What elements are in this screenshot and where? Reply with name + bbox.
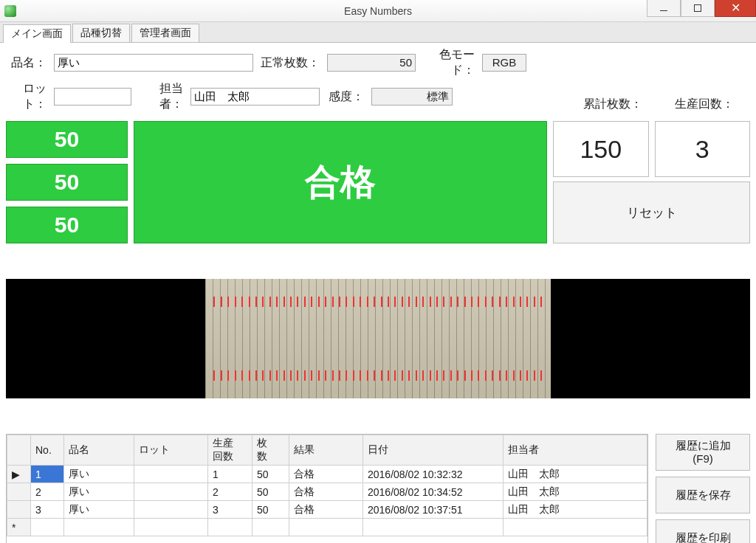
count-box-1: 50 <box>6 121 128 158</box>
stat-seisan: 3 <box>655 121 751 177</box>
label-ruikei: 累計枚数： <box>583 97 642 112</box>
col-hinmei[interactable]: 品名 <box>64 435 134 466</box>
table-row-new[interactable]: * <box>7 519 647 536</box>
field-kando: 標準 <box>371 88 453 106</box>
col-date[interactable]: 日付 <box>363 435 504 466</box>
table-row[interactable]: ▶1厚い150合格2016/08/02 10:32:32山田 太郎 <box>7 466 647 483</box>
label-tantou: 担当者： <box>139 81 183 112</box>
window-title: Easy Numbers <box>0 5 756 17</box>
table-row[interactable]: 3厚い350合格2016/08/02 10:37:51山田 太郎 <box>7 501 647 519</box>
tab-bar: メイン画面 品種切替 管理者画面 <box>0 22 756 43</box>
close-button[interactable]: ✕ <box>715 0 756 17</box>
title-bar: Easy Numbers ✕ <box>0 0 756 22</box>
maximize-button[interactable] <box>681 0 715 17</box>
col-kekka[interactable]: 結果 <box>289 435 363 466</box>
save-history-button[interactable]: 履歴を保存 <box>656 477 750 513</box>
field-seijou: 50 <box>327 54 416 72</box>
minimize-button[interactable] <box>647 0 681 17</box>
print-history-button[interactable]: 履歴を印刷 <box>656 519 750 543</box>
result-box: 合格 <box>134 121 547 243</box>
label-lot: ロット： <box>6 81 47 112</box>
input-tantou[interactable] <box>190 88 320 106</box>
col-seisan[interactable]: 生産 回数 <box>208 435 252 466</box>
field-colormode: RGB <box>482 54 526 72</box>
col-maisuu[interactable]: 枚 数 <box>252 435 289 466</box>
tab-main[interactable]: メイン画面 <box>3 24 71 43</box>
camera-view <box>6 279 750 398</box>
reset-button[interactable]: リセット <box>553 181 750 243</box>
app-icon <box>4 5 16 17</box>
col-no[interactable]: No. <box>31 435 64 466</box>
count-box-2: 50 <box>6 164 128 201</box>
label-seisan: 生産回数： <box>675 97 734 112</box>
count-box-3: 50 <box>6 207 128 243</box>
table-row[interactable]: 2厚い250合格2016/08/02 10:34:52山田 太郎 <box>7 483 647 501</box>
label-seijou: 正常枚数： <box>261 55 320 71</box>
stat-ruikei: 150 <box>553 121 649 177</box>
label-colormode: 色モード： <box>423 47 475 78</box>
label-hinmei: 品名： <box>6 55 47 71</box>
grid-corner <box>7 435 31 466</box>
col-tantou[interactable]: 担当者 <box>504 435 647 466</box>
history-grid[interactable]: No. 品名 ロット 生産 回数 枚 数 結果 日付 担当者 ▶1厚い150合格… <box>6 434 648 543</box>
tab-admin[interactable]: 管理者画面 <box>131 24 199 42</box>
col-lot[interactable]: ロット <box>134 435 208 466</box>
input-hinmei[interactable] <box>54 54 253 72</box>
add-history-button[interactable]: 履歴に追加 (F9) <box>656 434 750 471</box>
tab-product-switch[interactable]: 品種切替 <box>72 24 130 42</box>
input-lot[interactable] <box>54 88 131 106</box>
label-kando: 感度： <box>327 89 364 105</box>
